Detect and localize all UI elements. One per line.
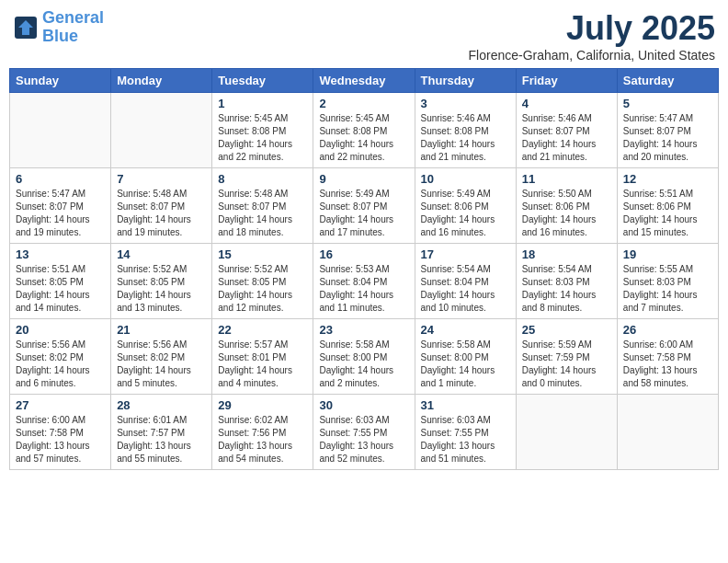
day-cell: 29Sunrise: 6:02 AM Sunset: 7:56 PM Dayli… xyxy=(212,395,313,470)
day-cell: 13Sunrise: 5:51 AM Sunset: 8:05 PM Dayli… xyxy=(10,244,111,319)
day-number: 4 xyxy=(522,97,611,110)
day-cell: 17Sunrise: 5:54 AM Sunset: 8:04 PM Dayli… xyxy=(415,244,516,319)
day-info: Sunrise: 5:59 AM Sunset: 7:59 PM Dayligh… xyxy=(522,339,611,390)
day-number: 20 xyxy=(16,323,105,337)
day-number: 12 xyxy=(623,172,712,186)
day-number: 19 xyxy=(623,247,712,261)
day-info: Sunrise: 5:48 AM Sunset: 8:07 PM Dayligh… xyxy=(117,188,206,239)
day-info: Sunrise: 5:58 AM Sunset: 8:00 PM Dayligh… xyxy=(319,339,408,390)
day-number: 11 xyxy=(522,172,611,186)
day-cell: 7Sunrise: 5:48 AM Sunset: 8:07 PM Daylig… xyxy=(111,168,212,244)
day-cell: 18Sunrise: 5:54 AM Sunset: 8:03 PM Dayli… xyxy=(516,244,617,319)
day-number: 6 xyxy=(16,172,105,186)
col-header-monday: Monday xyxy=(111,69,212,93)
day-info: Sunrise: 5:45 AM Sunset: 8:08 PM Dayligh… xyxy=(218,112,307,164)
day-cell: 14Sunrise: 5:52 AM Sunset: 8:05 PM Dayli… xyxy=(111,244,212,319)
day-cell: 22Sunrise: 5:57 AM Sunset: 8:01 PM Dayli… xyxy=(212,319,313,395)
logo-icon xyxy=(13,15,39,40)
day-cell: 9Sunrise: 5:49 AM Sunset: 8:07 PM Daylig… xyxy=(313,168,415,244)
day-info: Sunrise: 5:49 AM Sunset: 8:06 PM Dayligh… xyxy=(421,188,510,239)
day-info: Sunrise: 5:56 AM Sunset: 8:02 PM Dayligh… xyxy=(16,339,105,390)
day-cell: 8Sunrise: 5:48 AM Sunset: 8:07 PM Daylig… xyxy=(212,168,313,244)
day-info: Sunrise: 6:01 AM Sunset: 7:57 PM Dayligh… xyxy=(117,414,206,465)
day-info: Sunrise: 6:03 AM Sunset: 7:55 PM Dayligh… xyxy=(319,414,408,465)
week-row-4: 20Sunrise: 5:56 AM Sunset: 8:02 PM Dayli… xyxy=(10,319,719,395)
col-header-saturday: Saturday xyxy=(617,69,718,93)
day-cell: 15Sunrise: 5:52 AM Sunset: 8:05 PM Dayli… xyxy=(212,244,313,319)
day-number: 14 xyxy=(117,247,206,261)
day-info: Sunrise: 5:51 AM Sunset: 8:06 PM Dayligh… xyxy=(623,188,712,239)
day-number: 29 xyxy=(218,398,307,412)
day-cell: 24Sunrise: 5:58 AM Sunset: 8:00 PM Dayli… xyxy=(415,319,516,395)
logo-text: General Blue xyxy=(42,9,104,46)
day-cell: 10Sunrise: 5:49 AM Sunset: 8:06 PM Dayli… xyxy=(415,168,516,244)
month-year: July 2025 xyxy=(469,9,715,48)
day-number: 18 xyxy=(522,247,611,261)
day-number: 31 xyxy=(421,398,510,412)
day-info: Sunrise: 5:53 AM Sunset: 8:04 PM Dayligh… xyxy=(319,263,408,315)
day-cell: 27Sunrise: 6:00 AM Sunset: 7:58 PM Dayli… xyxy=(10,395,111,470)
title-block: July 2025 Florence-Graham, California, U… xyxy=(469,9,715,63)
day-cell xyxy=(111,93,212,168)
day-info: Sunrise: 5:57 AM Sunset: 8:01 PM Dayligh… xyxy=(218,339,307,390)
day-number: 15 xyxy=(218,247,307,261)
day-number: 8 xyxy=(218,172,307,186)
col-header-tuesday: Tuesday xyxy=(212,69,313,93)
day-info: Sunrise: 6:00 AM Sunset: 7:58 PM Dayligh… xyxy=(16,414,105,465)
calendar-header-row: SundayMondayTuesdayWednesdayThursdayFrid… xyxy=(10,69,719,93)
col-header-wednesday: Wednesday xyxy=(313,69,415,93)
day-cell: 1Sunrise: 5:45 AM Sunset: 8:08 PM Daylig… xyxy=(212,93,313,168)
day-info: Sunrise: 5:56 AM Sunset: 8:02 PM Dayligh… xyxy=(117,339,206,390)
day-cell: 3Sunrise: 5:46 AM Sunset: 8:08 PM Daylig… xyxy=(415,93,516,168)
day-cell: 31Sunrise: 6:03 AM Sunset: 7:55 PM Dayli… xyxy=(415,395,516,470)
day-number: 1 xyxy=(218,97,307,110)
day-number: 3 xyxy=(421,97,510,110)
day-info: Sunrise: 5:49 AM Sunset: 8:07 PM Dayligh… xyxy=(319,188,408,239)
day-cell: 5Sunrise: 5:47 AM Sunset: 8:07 PM Daylig… xyxy=(617,93,718,168)
day-info: Sunrise: 5:52 AM Sunset: 8:05 PM Dayligh… xyxy=(218,263,307,315)
day-cell: 16Sunrise: 5:53 AM Sunset: 8:04 PM Dayli… xyxy=(313,244,415,319)
day-number: 28 xyxy=(117,398,206,412)
day-cell: 19Sunrise: 5:55 AM Sunset: 8:03 PM Dayli… xyxy=(617,244,718,319)
day-cell: 21Sunrise: 5:56 AM Sunset: 8:02 PM Dayli… xyxy=(111,319,212,395)
day-info: Sunrise: 6:00 AM Sunset: 7:58 PM Dayligh… xyxy=(623,339,712,390)
week-row-5: 27Sunrise: 6:00 AM Sunset: 7:58 PM Dayli… xyxy=(10,395,719,470)
calendar-table: SundayMondayTuesdayWednesdayThursdayFrid… xyxy=(9,68,719,470)
day-info: Sunrise: 5:47 AM Sunset: 8:07 PM Dayligh… xyxy=(16,188,105,239)
day-info: Sunrise: 5:46 AM Sunset: 8:07 PM Dayligh… xyxy=(522,112,611,164)
day-info: Sunrise: 5:50 AM Sunset: 8:06 PM Dayligh… xyxy=(522,188,611,239)
day-cell: 11Sunrise: 5:50 AM Sunset: 8:06 PM Dayli… xyxy=(516,168,617,244)
day-number: 10 xyxy=(421,172,510,186)
day-number: 27 xyxy=(16,398,105,412)
day-number: 9 xyxy=(319,172,408,186)
day-info: Sunrise: 5:54 AM Sunset: 8:03 PM Dayligh… xyxy=(522,263,611,315)
day-info: Sunrise: 5:52 AM Sunset: 8:05 PM Dayligh… xyxy=(117,263,206,315)
day-cell xyxy=(617,395,718,470)
col-header-sunday: Sunday xyxy=(10,69,111,93)
location: Florence-Graham, California, United Stat… xyxy=(469,48,715,63)
day-cell: 25Sunrise: 5:59 AM Sunset: 7:59 PM Dayli… xyxy=(516,319,617,395)
col-header-thursday: Thursday xyxy=(415,69,516,93)
day-info: Sunrise: 6:02 AM Sunset: 7:56 PM Dayligh… xyxy=(218,414,307,465)
day-number: 7 xyxy=(117,172,206,186)
day-info: Sunrise: 5:51 AM Sunset: 8:05 PM Dayligh… xyxy=(16,263,105,315)
day-number: 13 xyxy=(16,247,105,261)
day-cell xyxy=(10,93,111,168)
day-cell: 2Sunrise: 5:45 AM Sunset: 8:08 PM Daylig… xyxy=(313,93,415,168)
logo: General Blue xyxy=(13,9,104,46)
day-number: 25 xyxy=(522,323,611,337)
day-number: 30 xyxy=(319,398,408,412)
day-cell: 20Sunrise: 5:56 AM Sunset: 8:02 PM Dayli… xyxy=(10,319,111,395)
day-cell: 4Sunrise: 5:46 AM Sunset: 8:07 PM Daylig… xyxy=(516,93,617,168)
day-cell: 6Sunrise: 5:47 AM Sunset: 8:07 PM Daylig… xyxy=(10,168,111,244)
day-number: 21 xyxy=(117,323,206,337)
col-header-friday: Friday xyxy=(516,69,617,93)
day-cell: 12Sunrise: 5:51 AM Sunset: 8:06 PM Dayli… xyxy=(617,168,718,244)
day-cell: 28Sunrise: 6:01 AM Sunset: 7:57 PM Dayli… xyxy=(111,395,212,470)
day-number: 17 xyxy=(421,247,510,261)
day-number: 23 xyxy=(319,323,408,337)
week-row-3: 13Sunrise: 5:51 AM Sunset: 8:05 PM Dayli… xyxy=(10,244,719,319)
day-cell: 30Sunrise: 6:03 AM Sunset: 7:55 PM Dayli… xyxy=(313,395,415,470)
day-cell xyxy=(516,395,617,470)
day-number: 16 xyxy=(319,247,408,261)
